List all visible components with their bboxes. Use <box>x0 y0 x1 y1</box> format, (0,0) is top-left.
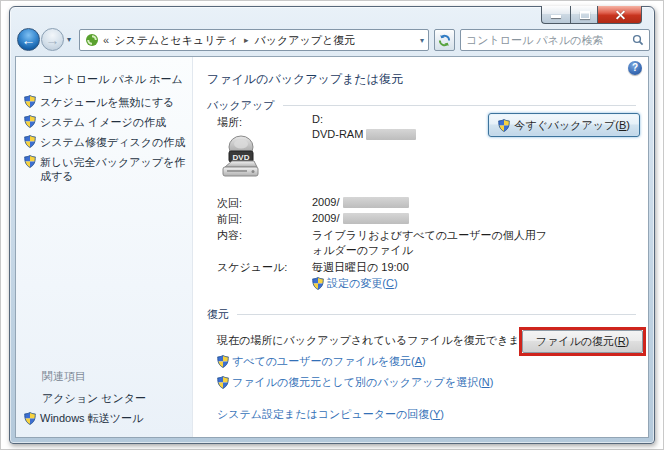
refresh-icon <box>438 34 451 47</box>
location-media-row: DVD-RAM <box>312 128 416 140</box>
search-input[interactable] <box>466 34 632 46</box>
uac-shield-icon <box>24 95 36 108</box>
next-run-label: 次回: <box>217 196 242 211</box>
uac-shield-icon <box>498 119 510 132</box>
sidebar-item-create-repair-disc[interactable]: システム修復ディスクの作成 <box>24 135 187 149</box>
choose-other-backup-link[interactable]: ファイルの復元元として別のバックアップを選択(N) <box>217 375 493 390</box>
forward-button[interactable]: → <box>41 28 64 51</box>
sidebar-item-disable-schedule[interactable]: スケジュールを無効にする <box>24 95 187 109</box>
refresh-button[interactable] <box>434 29 455 51</box>
sidebar-item-label: Windows 転送ツール <box>40 411 143 426</box>
sidebar-item-windows-easy-transfer[interactable]: Windows 転送ツール <box>24 411 143 426</box>
minimize-button[interactable] <box>541 6 570 24</box>
recent-pages-dropdown[interactable]: ▾ <box>67 35 71 44</box>
red-highlight-annotation: ファイルの復元(R) <box>519 327 646 356</box>
uac-shield-icon <box>24 135 36 148</box>
backup-now-button[interactable]: 今すぐバックアップ(B) <box>488 113 640 137</box>
close-button[interactable] <box>598 6 642 24</box>
restore-description: 現在の場所にバックアップされているファイルを復元できます。 <box>217 333 542 348</box>
sidebar-item-label: 新しい完全バックアップを作成する <box>40 155 187 183</box>
change-settings-link[interactable]: 設定の変更(C) <box>312 276 398 291</box>
close-icon <box>614 9 625 20</box>
related-items-header: 関連項目 <box>42 369 86 384</box>
location-label: 場所: <box>217 115 242 130</box>
search-box <box>460 29 650 51</box>
uac-shield-icon <box>217 376 229 389</box>
forward-icon: → <box>42 29 63 50</box>
next-run-value: 2009/ <box>312 196 409 208</box>
backup-section-header: バックアップ <box>207 98 636 113</box>
sidebar-item-label: スケジュールを無効にする <box>40 95 174 109</box>
maximize-icon <box>580 11 590 19</box>
dvd-badge-text: DVD <box>233 153 250 162</box>
contents-value: ライブラリおよびすべてのユーザーの個人用フォルダーのファイル <box>312 228 550 258</box>
uac-shield-icon <box>312 277 324 290</box>
breadcrumb-backup-restore[interactable]: バックアップと復元 <box>255 33 356 48</box>
content-area: コントロール パネル ホーム スケジュールを無効にする システム イメージの作成… <box>15 56 649 438</box>
back-button[interactable]: ← <box>17 28 40 51</box>
sidebar-item-create-system-image[interactable]: システム イメージの作成 <box>24 115 187 129</box>
recover-system-label: システム設定またはコンピューターの回復(Y) <box>217 407 444 422</box>
sidebar-item-control-panel-home[interactable]: コントロール パネル ホーム <box>42 72 183 87</box>
restore-section-header: 復元 <box>207 307 636 322</box>
backup-section-label: バックアップ <box>207 98 275 113</box>
uac-shield-icon <box>24 412 36 425</box>
back-icon: ← <box>18 29 39 50</box>
uac-shield-icon <box>24 155 36 168</box>
section-rule <box>237 314 636 315</box>
choose-other-backup-label: ファイルの復元元として別のバックアップを選択(N) <box>232 375 493 390</box>
backup-restore-window: ← → ▾ « システムとセキュリティ ▸ バックアップと復元 ▾ <box>9 6 655 444</box>
address-dropdown-icon[interactable]: ▾ <box>420 36 424 45</box>
minimize-icon <box>551 15 561 18</box>
contents-label: 内容: <box>217 228 242 243</box>
redacted-next-date <box>343 197 409 208</box>
restore-files-label: ファイルの復元(R) <box>536 334 630 349</box>
dvd-drive-icon: DVD <box>220 133 260 181</box>
change-settings-label: 設定の変更(C) <box>327 276 398 291</box>
sidebar-item-create-full-backup[interactable]: 新しい完全バックアップを作成する <box>24 155 187 183</box>
schedule-label: スケジュール: <box>217 260 287 275</box>
search-icon[interactable] <box>632 34 644 46</box>
maximize-button[interactable] <box>570 6 598 24</box>
page-title: ファイルのバックアップまたは復元 <box>207 71 403 88</box>
redacted-media-label <box>366 129 416 140</box>
backup-restore-icon <box>85 33 99 47</box>
restore-all-users-label: すべてのユーザーのファイルを復元(A) <box>232 354 426 369</box>
location-media: DVD-RAM <box>312 128 363 140</box>
restore-all-users-link[interactable]: すべてのユーザーのファイルを復元(A) <box>217 354 426 369</box>
backup-now-label: 今すぐバックアップ(B) <box>514 118 630 133</box>
address-bar[interactable]: « システムとセキュリティ ▸ バックアップと復元 ▾ <box>79 29 429 51</box>
screenshot-canvas: ← → ▾ « システムとセキュリティ ▸ バックアップと復元 ▾ <box>0 0 664 450</box>
caption-buttons <box>541 6 642 24</box>
main-pane: ? ファイルのバックアップまたは復元 バックアップ 場所: D: DVD-RAM <box>193 57 648 437</box>
location-drive: D: <box>312 113 323 125</box>
last-run-value: 2009/ <box>312 212 409 224</box>
breadcrumb-system-security[interactable]: システムとセキュリティ <box>114 33 238 48</box>
sidebar-item-label: システム イメージの作成 <box>40 115 166 129</box>
uac-shield-icon <box>217 355 229 368</box>
section-rule <box>283 105 636 106</box>
help-button[interactable]: ? <box>628 61 642 75</box>
sidebar: コントロール パネル ホーム スケジュールを無効にする システム イメージの作成… <box>16 57 193 437</box>
recover-system-link[interactable]: システム設定またはコンピューターの回復(Y) <box>217 407 444 422</box>
schedule-value: 毎週日曜日の 19:00 <box>312 260 409 275</box>
sidebar-item-action-center[interactable]: アクション センター <box>42 391 146 406</box>
sidebar-item-label: システム修復ディスクの作成 <box>40 135 185 149</box>
last-run-label: 前回: <box>217 212 242 227</box>
redacted-last-date <box>343 213 409 224</box>
breadcrumb-separator-icon: ▸ <box>244 35 249 45</box>
restore-files-button[interactable]: ファイルの復元(R) <box>522 330 643 353</box>
uac-shield-icon <box>24 115 36 128</box>
restore-section-label: 復元 <box>207 307 229 322</box>
breadcrumb-overflow[interactable]: « <box>103 34 109 46</box>
